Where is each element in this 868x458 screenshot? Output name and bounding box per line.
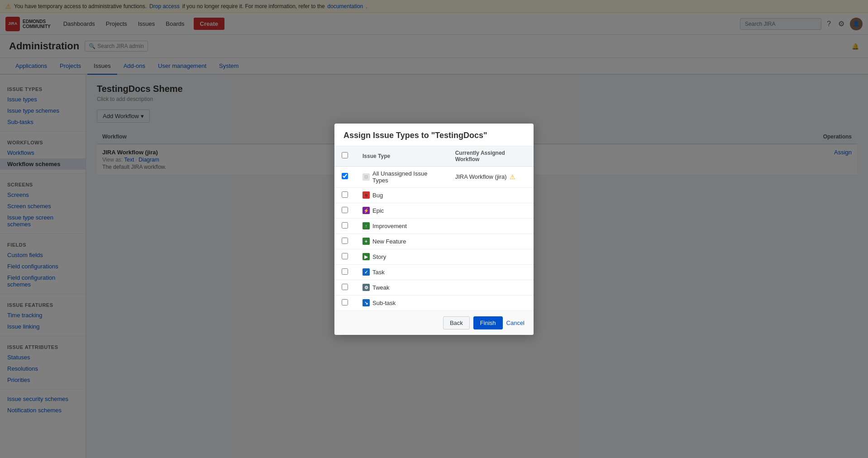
issue-type-checkbox-4[interactable] [342,238,348,244]
workflow-assigned-cell [448,203,534,218]
issue-type-cell: ⚡ Epic [355,203,448,218]
issue-type-name: Improvement [372,223,407,229]
col-issue-type: Issue Type [355,146,448,167]
issue-type-cell: □ All Unassigned Issue Types [355,166,448,187]
issue-type-label: 🐞 Bug [362,191,441,199]
modal-footer: Back Finish Cancel [334,310,534,335]
finish-button[interactable]: Finish [473,316,503,329]
issue-type-checkbox-5[interactable] [342,253,348,259]
issue-type-label: ⚙ Tweak [362,284,441,291]
workflow-assigned-cell [448,249,534,264]
issue-type-label: ↘ Sub-task [362,299,441,306]
issue-type-checkbox-2[interactable] [342,207,348,213]
issue-type-icon: + [362,238,370,245]
modal-table: Issue Type Currently Assigned Workflow □… [334,146,534,310]
checkbox-cell [334,249,355,264]
modal-table-row: ✓ Task [334,264,534,280]
issue-type-icon: ⚙ [362,284,370,291]
workflow-assigned-cell [448,280,534,295]
modal-overlay: Assign Issue Types to "TestingDocs" Issu… [0,0,868,458]
issue-type-cell: ↑ Improvement [355,218,448,234]
issue-type-name: New Feature [372,238,406,245]
issue-type-label: ▶ Story [362,253,441,260]
modal-table-row: 🐞 Bug [334,187,534,203]
checkbox-cell [334,295,355,310]
issue-type-icon: □ [362,173,370,181]
checkbox-cell [334,264,355,280]
issue-type-icon: ✓ [362,268,370,276]
workflow-assigned-cell [448,218,534,234]
checkbox-cell [334,166,355,187]
modal-table-row: □ All Unassigned Issue Types JIRA Workfl… [334,166,534,187]
issue-type-name: Bug [372,192,383,199]
issue-type-icon: ↑ [362,222,370,229]
issue-type-checkbox-0[interactable] [342,173,348,179]
issue-type-name: All Unassigned Issue Types [372,170,441,184]
checkbox-cell [334,280,355,295]
col-assigned-workflow: Currently Assigned Workflow [448,146,534,167]
workflow-assigned-cell [448,234,534,249]
issue-type-label: + New Feature [362,238,441,245]
issue-type-checkbox-6[interactable] [342,268,348,275]
issue-type-icon: ⚡ [362,207,370,214]
issue-type-cell: ⚙ Tweak [355,280,448,295]
issue-type-cell: ✓ Task [355,264,448,280]
issue-type-icon: 🐞 [362,191,370,199]
issue-type-cell: 🐞 Bug [355,187,448,203]
issue-type-checkbox-8[interactable] [342,299,348,305]
modal-table-row: ⚙ Tweak [334,280,534,295]
issue-type-name: Epic [372,207,384,214]
issue-type-name: Tweak [372,284,390,291]
modal-title: Assign Issue Types to "TestingDocs" [343,131,525,140]
workflow-assigned-cell [448,187,534,203]
checkbox-cell [334,187,355,203]
workflow-assigned-cell [448,264,534,280]
checkbox-cell [334,218,355,234]
modal-table-row: ↑ Improvement [334,218,534,234]
col-checkbox [334,146,355,167]
issue-type-cell: + New Feature [355,234,448,249]
issue-type-checkbox-3[interactable] [342,222,348,229]
issue-type-name: Sub-task [372,300,396,306]
modal-table-row: ▶ Story [334,249,534,264]
issue-type-name: Story [372,253,386,260]
warning-icon: ⚠ [510,173,515,181]
issue-type-checkbox-1[interactable] [342,191,348,198]
workflow-assigned-cell: JIRA Workflow (jira) ⚠ [448,166,534,187]
issue-type-checkbox-7[interactable] [342,284,348,290]
issue-type-cell: ↘ Sub-task [355,295,448,310]
modal-header: Assign Issue Types to "TestingDocs" [334,124,534,146]
cancel-button[interactable]: Cancel [506,320,525,326]
issue-type-label: ⚡ Epic [362,207,441,214]
issue-type-label: □ All Unassigned Issue Types [362,170,441,184]
modal-table-row: + New Feature [334,234,534,249]
checkbox-cell [334,203,355,218]
issue-type-icon: ↘ [362,299,370,306]
checkbox-cell [334,234,355,249]
issue-type-name: Task [372,269,385,276]
assign-issue-types-modal: Assign Issue Types to "TestingDocs" Issu… [334,124,534,335]
issue-type-label: ✓ Task [362,268,441,276]
modal-table-row: ↘ Sub-task [334,295,534,310]
workflow-assigned-cell [448,295,534,310]
issue-type-icon: ▶ [362,253,370,260]
issue-type-label: ↑ Improvement [362,222,441,229]
select-all-checkbox[interactable] [342,152,348,158]
issue-type-cell: ▶ Story [355,249,448,264]
back-button[interactable]: Back [443,316,470,329]
modal-table-row: ⚡ Epic [334,203,534,218]
modal-body: Issue Type Currently Assigned Workflow □… [334,146,534,310]
assigned-workflow-label: JIRA Workflow (jira) [455,173,507,180]
